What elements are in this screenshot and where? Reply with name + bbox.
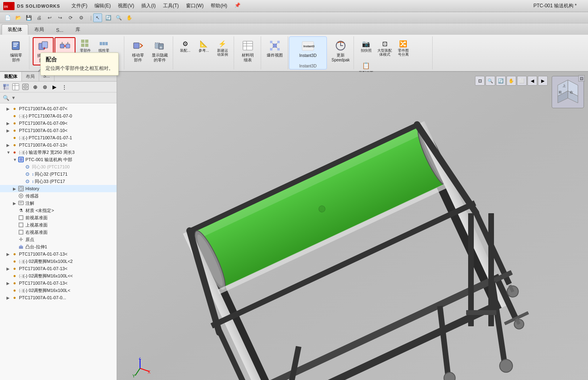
pt-propman[interactable] [11, 82, 20, 91]
tab-layout[interactable]: 布局 [28, 24, 50, 35]
expand-20[interactable]: ▶ [6, 252, 11, 256]
tree-item-21[interactable]: ● (-) (-) 02调整脚M16x100L<2 [0, 258, 117, 265]
btn-show-hidden[interactable]: 👁 显示隐藏的零件 [149, 37, 170, 65]
qb-undo[interactable]: ↩ [45, 13, 54, 22]
expand-history[interactable]: ▶ [13, 187, 18, 191]
tree-item-front-plane[interactable]: 前视基准面 [0, 214, 117, 221]
menu-insert[interactable]: 插入(I) [138, 2, 159, 10]
btn-screenshot[interactable]: 📷 拍快照 [357, 37, 375, 55]
expand-24[interactable]: ▶ [6, 281, 11, 286]
filter-btn[interactable]: 🔍 [2, 93, 10, 102]
tree-item-5[interactable]: ▶ ● PTC171007A-01-07-13< [0, 141, 117, 149]
menu-view[interactable]: 视图(V) [115, 2, 137, 10]
qb-print[interactable]: 🖨 [35, 13, 44, 22]
tree-item-10[interactable]: ⊙ ↕ 同心33 (PTC17 [0, 178, 117, 185]
feature-tree[interactable]: ▶ ● PTC171007A-01-07-07< ● (-) (-) PTC17… [0, 103, 117, 380]
expand-2[interactable]: ▶ [6, 121, 11, 126]
tree-item-4[interactable]: ● (-) (-) PTC171007A-01-07-1 [0, 134, 117, 141]
tree-item-0[interactable]: ▶ ● PTC171007A-01-07-07< [0, 105, 117, 112]
tree-item-history[interactable]: ▶ History [0, 185, 117, 192]
btn-large-assembly[interactable]: ⊡ 大型装配体模式 [376, 37, 393, 59]
tab-library[interactable]: 库 [69, 24, 86, 35]
qb-rebuild[interactable]: ⟳ [66, 13, 75, 22]
tree-item-material[interactable]: ⚗ 材质 <未指定> [0, 207, 117, 214]
tree-item-25[interactable]: ● (-) (-) 02调整脚M16x100L< [0, 287, 117, 294]
viewport-rotate[interactable]: 🔄 [496, 76, 506, 86]
ribbon-group-move: 移动零部件 👁 显示隐藏的零件 [125, 36, 173, 69]
tree-item-26[interactable]: ▶ ● PTC171007A-01-07-0... [0, 294, 117, 301]
menu-tools[interactable]: 工具(T) [160, 2, 182, 10]
viewport-prev-view[interactable]: ◀ [527, 76, 537, 86]
tab-assembly[interactable]: 装配体 [2, 24, 28, 35]
expand-26[interactable]: ▶ [6, 296, 11, 300]
tree-item-origin[interactable]: ✛ 原点 [0, 236, 117, 243]
tree-item-7[interactable]: ▼ PTC-001 输送机构 中部 [0, 156, 117, 163]
qb-select[interactable]: ↖ [93, 13, 102, 22]
panel-tab-layout[interactable]: 布局 [22, 72, 39, 81]
panel-tab-assembly[interactable]: 装配体 [0, 72, 22, 81]
expand-3[interactable]: ▶ [6, 128, 11, 133]
qb-rotate[interactable]: 🔄 [104, 13, 113, 22]
tree-item-24[interactable]: ▶ ● PTC171007A-01-07-13< [0, 279, 117, 287]
viewport-expand-btn[interactable]: ⊡ [578, 75, 585, 82]
expand-7[interactable]: ▼ [13, 157, 18, 162]
menu-pin[interactable]: 📌 [231, 2, 244, 10]
expand-0[interactable]: ▶ [6, 107, 11, 111]
tree-item-top-plane[interactable]: 上视基准面 [0, 221, 117, 229]
viewport-next-view[interactable]: ▶ [538, 76, 548, 86]
btn-reference[interactable]: 📐 参考... [195, 37, 213, 55]
tree-item-6[interactable]: ▼ ● (-) (-) 输送带厚2 宽250 周长3 [0, 149, 117, 156]
menu-help[interactable]: 帮助(H) [207, 2, 230, 10]
3d-viewport[interactable]: X Y Z ⊡ 🔍 🔄 ✋ ⬜ ◀ ▶ [117, 72, 588, 380]
btn-bom[interactable]: 材料明细表 [237, 37, 258, 65]
btn-edit-part[interactable]: 编辑零部件 [6, 37, 27, 65]
svg-text:X: X [148, 370, 151, 374]
expand-annotation[interactable]: ▶ [13, 201, 18, 206]
tree-item-sensor[interactable]: 传感器 [0, 192, 117, 199]
btn-move-part[interactable]: 移动零部件 [128, 37, 149, 65]
menu-file[interactable]: 文件(F) [68, 2, 90, 10]
btn-explode[interactable]: 爆炸视图 [264, 37, 285, 60]
qb-save[interactable]: 💾 [24, 13, 33, 22]
qb-open[interactable]: 📂 [14, 13, 23, 22]
tree-item-22[interactable]: ▶ ● PTC171007A-01-07-13< [0, 265, 117, 272]
tree-item-9[interactable]: ⊙ ↕ 同心32 (PTC171 [0, 170, 117, 178]
tree-item-8[interactable]: ⊙ 同心30 (PTC17100 [0, 163, 117, 170]
qb-new[interactable]: 📄 [3, 13, 12, 22]
qb-zoom[interactable]: 🔍 [114, 13, 123, 22]
btn-instant3d-label: Instant3D [299, 53, 317, 58]
pt-configman[interactable] [21, 82, 30, 91]
tab-sketch[interactable]: S... [50, 25, 69, 35]
menu-edit[interactable]: 编辑(E) [91, 2, 114, 10]
qb-pan[interactable]: ✋ [125, 13, 134, 22]
pt-featureman[interactable] [2, 82, 10, 91]
qb-options[interactable]: ⚙ [77, 13, 86, 22]
btn-new-motion[interactable]: ⚡ 新建运动算例 [213, 37, 231, 59]
tree-item-right-plane[interactable]: 右视基准面 [0, 229, 117, 236]
viewport-zoom-in[interactable]: 🔍 [485, 76, 495, 86]
btn-instant3d[interactable]: Instant3D Instant3D [292, 38, 324, 60]
viewport-zoom-box[interactable]: ⬜ [517, 76, 527, 86]
pt-dxfman[interactable]: ⊕ [31, 82, 40, 91]
svg-marker-67 [19, 245, 23, 246]
tree-item-2[interactable]: ▶ ● PTC171007A-01-07-09< [0, 120, 117, 127]
viewport-zoom-fit[interactable]: ⊡ [475, 76, 485, 86]
btn-part-num-sep[interactable]: 🔀 零件图号分离 [394, 37, 412, 59]
btn-update-speedpak[interactable]: 更新Speedpak [330, 37, 351, 65]
pt-forward[interactable]: ▶ [50, 82, 59, 91]
expand-5[interactable]: ▶ [6, 143, 11, 147]
btn-assembly-ref[interactable]: ⚙ 装配... [176, 37, 194, 55]
expand-6[interactable]: ▼ [6, 150, 11, 155]
expand-22[interactable]: ▶ [6, 267, 11, 271]
pt-more[interactable]: ⋮ [60, 82, 69, 91]
qb-redo[interactable]: ↪ [56, 13, 65, 22]
menu-window[interactable]: 窗口(W) [183, 2, 207, 10]
tree-item-1[interactable]: ● (-) (-) PTC171007A-01-07-0 [0, 112, 117, 120]
tree-item-20[interactable]: ▶ ● PTC171007A-01-07-13< [0, 250, 117, 258]
tree-item-boss-extrude[interactable]: 凸台-拉伸1 [0, 243, 117, 250]
tree-item-23[interactable]: ● (-) (-) 02调整脚M16x100L<< [0, 272, 117, 279]
tree-item-annotation[interactable]: ▶ 注解 [0, 199, 117, 207]
tree-item-3[interactable]: ▶ ● PTC171007A-01-07-10< [0, 127, 117, 134]
pt-appearance[interactable]: ⊛ [40, 82, 49, 91]
viewport-pan[interactable]: ✋ [506, 76, 516, 86]
